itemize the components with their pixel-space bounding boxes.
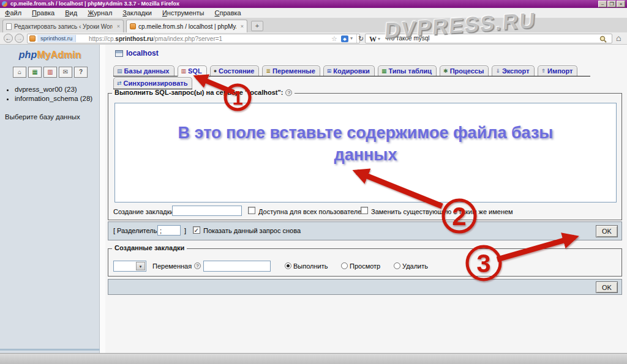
firefox-icon [2, 1, 7, 7]
tab-label: Состояние [219, 67, 254, 75]
browser-window: cp.meile.from.sh / localhost | phpMyAdmi… [0, 0, 627, 364]
tab-label: Синхронизировать [124, 80, 188, 87]
url-text: https://cp.sprinthost.ru/pma/index.php?s… [89, 35, 222, 42]
menu-file[interactable]: Файл [5, 9, 21, 17]
browser-tab-phpmyadmin[interactable]: cp.meile.from.sh / localhost | phpMyAdmi… [126, 20, 247, 32]
tab-charsets[interactable]: ⊞Кодировки [323, 65, 375, 76]
tab-label: Экспорт [502, 67, 530, 75]
bookmarks-footer: OK [108, 279, 622, 295]
sql-ok-button[interactable]: OK [596, 225, 618, 237]
status-bar: × ✧ ✧ ✧ ✧ ✧ ✦ ▸ [0, 353, 627, 364]
tab-export[interactable]: ⇓Экспорт [492, 65, 534, 76]
tab-label: SQL [188, 67, 202, 75]
frame-divider [100, 45, 105, 353]
databases-icon: ▤ [117, 68, 122, 74]
menu-tools[interactable]: Инструменты [162, 9, 205, 17]
tab-processes[interactable]: ✱Процессы [440, 65, 489, 76]
menu-bookmarks[interactable]: Закладки [122, 9, 152, 17]
pma-tab-row: ▤Базы данных ▥SQL ●Состояние ≣Переменные… [113, 64, 590, 76]
database-item[interactable]: information_schema (28) [15, 94, 92, 103]
window-title: cp.meile.from.sh / localhost | phpMyAdmi… [10, 1, 179, 7]
home-button[interactable]: ⌂ [616, 33, 621, 43]
legend-text: Выполнить SQL-запрос(ы) на сервере "loca… [115, 89, 283, 96]
bookmark-select[interactable]: ▾ [113, 261, 146, 272]
url-domain: sprinthost.ru [115, 35, 153, 42]
site-identity-chip[interactable]: sprinthost.ru [37, 35, 76, 42]
database-item[interactable]: dvpress_wor00 (23) [15, 85, 92, 94]
divider [356, 34, 357, 43]
navigation-bar: ← → sprinthost.ru https://cp.sprinthost.… [0, 32, 627, 45]
delimiter-label: [ Разделитель [113, 227, 157, 234]
reload-icon[interactable]: ↻ [358, 35, 364, 43]
new-tab-button[interactable]: + [251, 21, 263, 31]
tab-engines[interactable]: ▦Типы таблиц [378, 65, 437, 76]
bookmarks-ok-button[interactable]: OK [596, 281, 618, 293]
sql-query-fieldset: Выполнить SQL-запрос(ы) на сервере "loca… [108, 93, 622, 220]
phpmyadmin-favicon [130, 23, 136, 29]
view-radio[interactable] [341, 262, 348, 269]
site-favicon [29, 35, 36, 42]
tab-label: Типы таблиц [388, 67, 432, 75]
replace-checkbox[interactable] [361, 207, 368, 214]
sql-query-textarea[interactable]: В это поле вставьте содержимое файла баз… [115, 103, 617, 202]
url-bar[interactable]: sprinthost.ru https://cp.sprinthost.ru/p… [27, 34, 360, 43]
engines-icon: ▦ [381, 68, 387, 74]
tab-close-icon[interactable]: × [117, 23, 120, 29]
phpmyadmin-logo[interactable]: phpMyAdmin [0, 50, 100, 61]
sql-window-icon[interactable]: ▥ [43, 67, 57, 78]
replace-label: Заменить существующую с таким же именем [371, 208, 513, 215]
sql-fieldset-legend: Выполнить SQL-запрос(ы) на сервере "loca… [112, 89, 295, 96]
browser-tab-title: cp.meile.from.sh / localhost | phpMyAdmi… [138, 23, 236, 30]
tab-sql[interactable]: ▥SQL [178, 65, 207, 76]
delete-radio[interactable] [394, 262, 400, 269]
browser-tab-wordpress[interactable]: Редактировать запись ‹ Уроки Wordpr... × [2, 20, 124, 32]
show-query-checkbox[interactable]: ✓ [193, 226, 200, 234]
variable-input[interactable] [203, 261, 271, 272]
url-dropdown-icon[interactable]: ▾ [350, 35, 353, 41]
all-users-label: Доступна для всех пользователей [258, 208, 366, 215]
menu-view[interactable]: Вид [65, 9, 77, 17]
page-icon [6, 23, 12, 30]
tab-status[interactable]: ●Состояние [210, 65, 260, 76]
delimiter-input[interactable] [157, 225, 181, 236]
chevron-down-icon[interactable]: ▾ [136, 262, 145, 270]
sql-icon: ▥ [181, 68, 187, 74]
bookmark-name-input[interactable] [172, 206, 242, 216]
execute-radio[interactable] [285, 262, 291, 269]
export-icon: ⇓ [495, 68, 500, 74]
tab-import[interactable]: ⇑Импорт [538, 65, 578, 76]
processes-icon: ✱ [443, 68, 448, 74]
search-magnifier-icon[interactable] [599, 35, 607, 43]
phpmyadmin-sidebar: phpMyAdmin ⌂ ▦ ▥ ✉ ? dvpress_wor00 (23) … [0, 45, 100, 353]
show-query-label: Показать данный запрос снова [203, 227, 301, 234]
legend-text: Созданные закладки [115, 244, 184, 251]
logo-php: php [19, 50, 37, 60]
tab-close-icon[interactable]: × [241, 23, 244, 29]
server-icon [115, 50, 123, 57]
search-engine-dropdown-icon[interactable]: ▾ [378, 36, 380, 42]
url-prefix: https://cp. [89, 35, 115, 42]
tab-databases[interactable]: ▤Базы данных [113, 65, 175, 76]
menu-history[interactable]: Журнал [88, 9, 112, 17]
all-users-checkbox[interactable] [248, 207, 255, 214]
execute-label: Выполнить [293, 262, 328, 270]
bookmark-star-icon[interactable]: ☆ [331, 35, 337, 43]
help-icon[interactable]: ? [285, 89, 292, 96]
tab-synchronize[interactable]: ⇄Синхронизировать [113, 77, 192, 89]
home-icon[interactable]: ⌂ [13, 67, 26, 78]
pma-docs-icon[interactable]: ✉ [59, 67, 72, 78]
logo-myadmin: MyAdmin [37, 50, 81, 60]
delimiter-bracket: ] [184, 227, 186, 234]
back-button[interactable]: ← [4, 34, 13, 43]
tab-variables[interactable]: ≣Переменные [262, 65, 320, 76]
forward-button[interactable]: → [15, 34, 24, 43]
tables-icon[interactable]: ▦ [28, 67, 42, 78]
tab-label: Переменные [272, 67, 315, 75]
menu-help[interactable]: Справка [215, 9, 241, 17]
help-icon[interactable]: ? [194, 262, 201, 269]
bookmark-button[interactable]: ◆ [341, 35, 348, 42]
menu-edit[interactable]: Правка [32, 9, 54, 17]
mysql-docs-icon[interactable]: ? [74, 67, 88, 78]
database-list: dvpress_wor00 (23) information_schema (2… [6, 85, 92, 103]
search-engine-icon[interactable]: W [369, 35, 377, 44]
